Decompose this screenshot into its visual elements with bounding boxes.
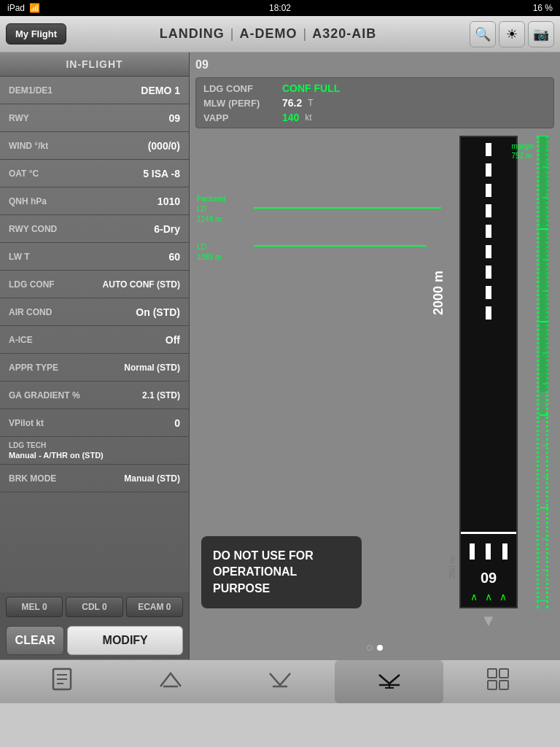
param-lw-label: LW T (9, 252, 30, 262)
param-brk-mode-label: BRK MODE (9, 473, 56, 484)
param-ldg-tech-label: LDG TECH (9, 441, 46, 449)
warning-text: DO NOT USE FOROPERATIONAL PURPOSE (213, 548, 350, 597)
brightness-button[interactable]: ☀ (499, 21, 525, 47)
factored-ld-line (254, 207, 441, 209)
runway-arrow-down: ▼ (459, 611, 518, 630)
param-wind: WIND °/kt (000/0) (0, 132, 189, 160)
ecam-button[interactable]: ECAM 0 (126, 597, 183, 617)
param-brk-mode: BRK MODE Manual (STD) (0, 465, 189, 492)
param-air-cond-value: On (STD) (136, 306, 180, 318)
end-markings (461, 543, 516, 560)
param-qnh: QNH hPa 1010 (0, 187, 189, 215)
svg-rect-37 (499, 669, 508, 678)
pagination (195, 642, 554, 654)
nav-segment-demo: A-DEMO (240, 26, 298, 42)
param-oat-value: 5 ISA -8 (143, 168, 180, 179)
param-rwy-cond: RWY COND 6-Dry (0, 215, 189, 243)
tab-briefing[interactable] (7, 660, 117, 703)
clear-button[interactable]: CLEAR (6, 626, 64, 655)
end-mark-1 (470, 543, 475, 560)
main-container: IN-FLIGHT DEM1/DE1 DEMO 1 RWY 09 WIND °/… (0, 53, 560, 659)
tab-approach-icon (267, 666, 293, 697)
perf-vapp: VAPP 140 kt (203, 112, 546, 123)
tab-misc[interactable] (443, 660, 553, 703)
factored-ld-value: 1248 m (197, 214, 225, 225)
in-flight-header: IN-FLIGHT (0, 53, 189, 77)
status-bar: iPad 📶 18:02 16 % (0, 0, 560, 16)
pagination-dot-2[interactable] (377, 645, 383, 651)
wifi-icon: 📶 (29, 3, 40, 13)
factored-ld-label: Factored (197, 194, 225, 204)
runway-end-number: 09 (461, 570, 516, 587)
param-lw: LW T 60 (0, 243, 189, 271)
pagination-dot-1[interactable] (367, 645, 373, 651)
param-vpilot-label: VPilot kt (9, 418, 44, 428)
tab-takeoff[interactable] (117, 660, 226, 703)
param-appr-type: APPR TYPE Normal (STD) (0, 354, 189, 382)
dash-4 (486, 204, 491, 217)
time-display: 18:02 (269, 3, 291, 13)
svg-rect-38 (488, 681, 497, 689)
scale-ticks-svg (534, 136, 548, 601)
nav-icons: 🔍 ☀ 📷 (470, 21, 554, 47)
dash-8 (486, 286, 491, 299)
param-vpilot-value: 0 (174, 417, 180, 429)
mel-button[interactable]: MEL 0 (6, 597, 63, 617)
param-ga-gradient: GA GRADIENT % 2.1 (STD) (0, 382, 189, 409)
cdl-button[interactable]: CDL 0 (66, 597, 122, 617)
margin-value: 752 m (511, 151, 534, 160)
param-ldg-tech-value: Manual - A/THR on (STD) (9, 451, 104, 460)
perf-mlw-label: MLW (PERF) (203, 98, 276, 109)
tab-takeoff-icon (158, 666, 184, 697)
param-oat: OAT °C 5 ISA -8 (0, 160, 189, 187)
device-label: iPad (7, 3, 25, 13)
ld-label: LD (197, 242, 225, 252)
tab-approach[interactable] (225, 660, 335, 703)
camera-button[interactable]: 📷 (528, 21, 554, 47)
right-panel: 09 LDG CONF CONF FULL MLW (PERF) 76.2 T … (190, 53, 560, 659)
runway-strip: 09 ∧ ∧ ∧ (459, 136, 518, 608)
param-ga-gradient-label: GA GRADIENT % (9, 390, 80, 400)
param-dem1-label: DEM1/DE1 (9, 85, 52, 96)
param-rwy-value: 09 (168, 112, 180, 124)
left-panel: IN-FLIGHT DEM1/DE1 DEMO 1 RWY 09 WIND °/… (0, 53, 190, 659)
nav-sep-1: | (230, 26, 234, 42)
perf-ldg-conf-label: LDG CONF (203, 83, 276, 94)
param-a-ice: A-ICE Off (0, 326, 189, 354)
param-rwy-cond-label: RWY COND (9, 224, 57, 234)
param-wind-label: WIND °/kt (9, 141, 48, 151)
tab-landing-icon (376, 666, 402, 697)
param-dem1: DEM1/DE1 DEMO 1 (0, 77, 189, 104)
perf-ldg-conf-value: CONF FULL (282, 82, 340, 94)
perf-ldg-conf: LDG CONF CONF FULL (203, 82, 546, 94)
modify-button[interactable]: MODIFY (67, 626, 183, 655)
svg-rect-36 (488, 669, 497, 678)
ld-info: Factored LD 1248 m LD 1085 m (197, 194, 225, 263)
search-button[interactable]: 🔍 (470, 21, 496, 47)
dash-1 (486, 143, 491, 156)
dash-5 (486, 225, 491, 238)
perf-vapp-unit: kt (305, 112, 311, 123)
param-brk-mode-value: Manual (STD) (124, 473, 180, 484)
perf-mlw: MLW (PERF) 76.2 T (203, 97, 546, 109)
clear-modify-row: CLEAR MODIFY (0, 622, 189, 659)
nav-bar: My Flight LANDING | A-DEMO | A320-AIB 🔍 … (0, 16, 560, 53)
perf-vapp-label: VAPP (203, 112, 276, 123)
chevron-1: ∧ (470, 591, 478, 603)
battery-display: 16 % (533, 3, 553, 13)
tab-landing[interactable] (335, 660, 444, 703)
nav-sep-2: | (303, 26, 307, 42)
marker-250-label: 250 m (448, 557, 456, 579)
runway-id-label: 09 (195, 58, 554, 71)
chevron-3: ∧ (499, 591, 507, 603)
end-mark-3 (502, 543, 508, 560)
ld-value: 1085 m (197, 252, 225, 263)
param-rwy: RWY 09 (0, 104, 189, 132)
param-ldg-tech: LDG TECH Manual - A/THR on (STD) (0, 437, 189, 465)
dash-2 (486, 163, 491, 177)
chevron-2: ∧ (485, 591, 492, 603)
my-flight-button[interactable]: My Flight (6, 23, 66, 44)
marker-2000-label: 2000 m (431, 271, 446, 315)
factored-ld-label2: LD (197, 204, 225, 214)
svg-rect-39 (499, 681, 508, 689)
